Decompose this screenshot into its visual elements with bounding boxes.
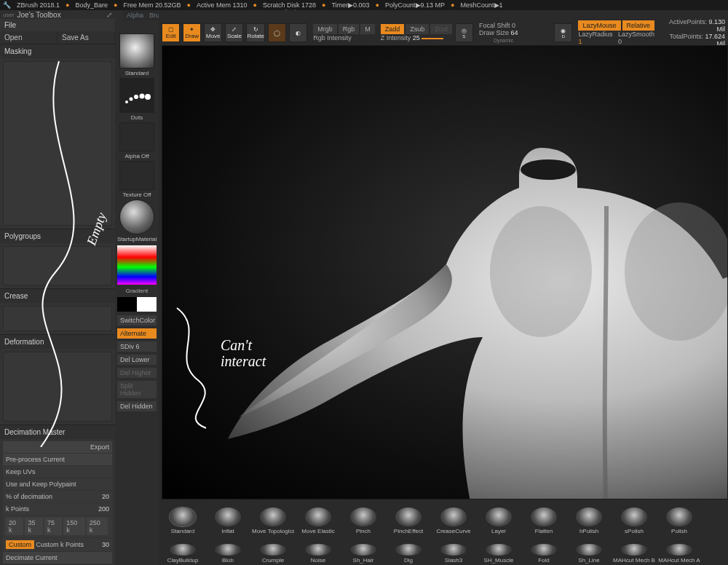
brush-slot[interactable]: Standard: [117, 33, 157, 76]
brush-standard[interactable]: Standard: [162, 507, 204, 534]
scale-button[interactable]: ⤢Scale: [225, 23, 243, 42]
lazyradius[interactable]: LazyRadius 1: [578, 31, 617, 45]
panel-title: Joe's Toolbox: [17, 11, 61, 19]
kpoints-slider[interactable]: k Points200: [3, 503, 112, 515]
decimate-button[interactable]: Decimate Current: [3, 552, 112, 564]
open-button[interactable]: Open: [0, 31, 58, 44]
side-tray: Standard Dots Alpha Off Texture Off Star…: [115, 10, 159, 565]
alpha-slot[interactable]: Alpha Off: [117, 122, 157, 159]
export-button[interactable]: Export: [3, 441, 112, 453]
section-deformation[interactable]: Deformation: [0, 334, 115, 349]
brush-pincheffect[interactable]: PinchEffect: [387, 507, 430, 534]
lazy-icon[interactable]: ◉D: [554, 23, 572, 42]
brush-move-topo[interactable]: Move Topologica: [252, 507, 294, 534]
brush-layer[interactable]: Layer: [478, 507, 520, 534]
menu-item[interactable]: Alpha: [127, 12, 143, 19]
left-panel: user Joe's Toolbox ⤢ File Open Save As M…: [0, 10, 115, 565]
draw-size[interactable]: Draw Size 64 Dynamic: [479, 29, 551, 44]
brush-hpolish[interactable]: hPolish: [568, 507, 610, 534]
lazysmooth[interactable]: LazySmooth 0: [618, 31, 658, 45]
dock-icon[interactable]: ⤢: [106, 11, 112, 19]
brush-shline[interactable]: Sh_Line: [568, 544, 610, 564]
preprocess-button[interactable]: Pre-process Current: [3, 454, 112, 465]
focal-icon[interactable]: ◎S: [455, 23, 473, 42]
brush-noise[interactable]: Noise: [297, 544, 339, 564]
masking-body: [3, 61, 112, 226]
sculpt-mesh: [199, 119, 728, 499]
zcut-toggle: Zcut: [430, 24, 452, 34]
brush-mahcutb[interactable]: MAHcut Mech B: [613, 544, 655, 564]
file-menu[interactable]: File: [0, 19, 58, 31]
brush-crumple[interactable]: Crumple: [252, 544, 294, 564]
keep-polypaint-toggle[interactable]: Use and Keep Polypaint: [3, 478, 112, 490]
dellower-button[interactable]: Del Lower: [117, 355, 157, 365]
section-crease[interactable]: Crease: [0, 288, 115, 303]
color-picker[interactable]: [117, 245, 157, 285]
delhigher-button: Del Higher: [117, 368, 157, 378]
color-swatches[interactable]: [117, 297, 157, 312]
brush-claybuildup[interactable]: ClayBuildup: [162, 544, 204, 564]
top-toolbar: ▢Edit ✦Draw ✥Move ⤢Scale ↻Rotate ◯ ◐ Mrg…: [159, 20, 728, 42]
brush-blob[interactable]: Blob: [207, 544, 249, 564]
brush-spolish[interactable]: sPolish: [613, 507, 655, 534]
brush-row-2: ClayBuildup Blob Crumple Noise Sh_Hair D…: [159, 542, 728, 565]
brush-inflat[interactable]: Inflat: [207, 507, 249, 534]
draw-button[interactable]: ✦Draw: [183, 23, 201, 42]
brush-flatten[interactable]: Flatten: [523, 507, 565, 534]
stroke-slot[interactable]: Dots: [117, 78, 157, 121]
section-decimation[interactable]: Decimation Master: [0, 424, 115, 439]
splithidden-button: Split Hidden: [117, 381, 157, 398]
custom-row[interactable]: Custom Custom k Points30: [3, 538, 112, 551]
m-toggle[interactable]: M: [360, 24, 375, 34]
brush-row-1: Standard Inflat Move Topologica Move Ela…: [159, 499, 728, 542]
mrgb-toggle[interactable]: Mrgb: [313, 24, 337, 34]
pct-slider[interactable]: % of decimation20: [3, 491, 112, 502]
relative-toggle[interactable]: Relative: [622, 20, 655, 31]
polygroups-body: [3, 246, 112, 285]
svg-point-0: [125, 100, 128, 103]
material-slot[interactable]: StartupMaterial: [117, 199, 157, 242]
edit-button[interactable]: ▢Edit: [162, 23, 180, 42]
delhidden-button[interactable]: Del Hidden: [117, 401, 157, 411]
rgb-intensity[interactable]: Rgb Intensity: [313, 34, 375, 42]
lazymouse-toggle[interactable]: LazyMouse: [578, 20, 620, 31]
brush-polish[interactable]: Polish: [658, 507, 700, 534]
texture-slot[interactable]: Texture Off: [117, 161, 157, 198]
title-bar: 🔧 ZBrush 2018.1 ●Body_Bare ●Free Mem 20.…: [0, 0, 728, 10]
annotation-cant-interact: Can't interact: [221, 337, 266, 369]
brush-pinch[interactable]: Pinch: [342, 507, 384, 534]
z-intensity[interactable]: Z Intensity 25: [381, 34, 452, 42]
saveas-button[interactable]: Save As: [58, 31, 115, 44]
rotate-button[interactable]: ↻Rotate: [246, 23, 265, 42]
rgb-toggle[interactable]: Rgb: [339, 24, 360, 34]
brush-creasecurve[interactable]: CreaseCurve: [432, 507, 475, 534]
kpoints-presets[interactable]: 20 k 35 k 75 k 150 k 250 k: [3, 515, 112, 537]
switchcolor-button[interactable]: SwitchColor: [117, 315, 157, 325]
alternate-button[interactable]: Alternate: [117, 328, 157, 339]
deformation-body: [3, 352, 112, 422]
brush-mahcuta[interactable]: MAHcut Mech A: [658, 544, 700, 564]
section-masking[interactable]: Masking: [0, 44, 115, 58]
svg-point-6: [490, 206, 592, 337]
active-points: ActivePoints: 9.130 Mil: [661, 18, 725, 33]
brush-shmuscle[interactable]: SH_Muscle: [478, 544, 520, 564]
gizmo-button[interactable]: ◯: [268, 23, 286, 42]
viewport[interactable]: Can't interact: [162, 45, 728, 499]
brush-slash3[interactable]: Slash3: [432, 544, 475, 564]
brush-dig[interactable]: Dig: [387, 544, 430, 564]
brush-fold[interactable]: Fold: [523, 544, 565, 564]
canvas-area: ▢Edit ✦Draw ✥Move ⤢Scale ↻Rotate ◯ ◐ Mrg…: [159, 10, 728, 565]
focal-shift[interactable]: Focal Shift 0: [479, 22, 551, 29]
zsub-toggle[interactable]: Zsub: [405, 24, 429, 34]
svg-point-5: [521, 159, 576, 180]
crease-body: [3, 306, 112, 331]
brush-shhair[interactable]: Sh_Hair: [342, 544, 384, 564]
brush-move-elastic[interactable]: Move Elastic: [297, 507, 339, 534]
svg-point-1: [130, 98, 133, 101]
zadd-toggle[interactable]: Zadd: [381, 24, 405, 34]
svg-point-4: [145, 94, 151, 100]
sculptris-button[interactable]: ◐: [289, 23, 307, 42]
keep-uvs-toggle[interactable]: Keep UVs: [3, 466, 112, 478]
sdiv-slider[interactable]: SDiv 6: [117, 341, 157, 352]
move-button[interactable]: ✥Move: [204, 23, 222, 42]
